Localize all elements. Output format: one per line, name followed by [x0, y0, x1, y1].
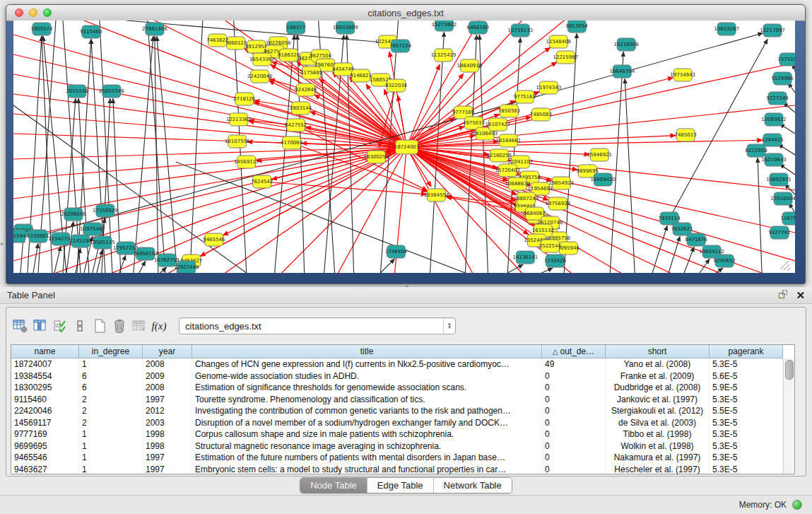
graph-node[interactable]: 1145194 — [69, 235, 92, 247]
column-header-outde[interactable]: △out_de… — [542, 345, 606, 358]
graph-node[interactable]: 9146821 — [350, 69, 372, 82]
graph-node[interactable]: 12217097 — [760, 24, 785, 37]
graph-node[interactable]: 18107556 — [225, 135, 250, 148]
delete-icon[interactable] — [110, 315, 129, 337]
graph-node[interactable]: 1150681 — [27, 230, 49, 243]
graph-node[interactable]: 7485013 — [675, 129, 697, 141]
graph-node[interactable]: 12093822 — [761, 113, 787, 126]
tab-edge-table[interactable]: Edge Table — [367, 478, 434, 493]
graph-node[interactable]: 16543362 — [249, 53, 275, 66]
column-header-title[interactable]: title — [192, 345, 542, 358]
graph-node[interactable]: 17016504 — [770, 192, 795, 205]
new-column-icon[interactable] — [90, 315, 110, 337]
graph-node[interactable]: 11974343 — [536, 81, 562, 94]
graph-node[interactable]: 16164661 — [496, 134, 522, 147]
graph-node[interactable]: 7485083 — [530, 108, 552, 121]
graph-node[interactable]: 9227349 — [766, 92, 788, 105]
graph-node[interactable]: 1733426 — [544, 255, 566, 267]
graph-node[interactable]: 16210643 — [761, 153, 787, 166]
graph-node[interactable]: 7850383 — [498, 105, 520, 117]
graph-node[interactable]: 8215958 — [746, 144, 767, 157]
graph-node[interactable]: 18724007 — [394, 140, 420, 154]
table-row[interactable]: 946362711997Embryonic stem cells: a mode… — [11, 464, 783, 476]
function-builder-icon[interactable]: f(x) — [149, 315, 169, 337]
graph-node[interactable]: 9115460 — [80, 25, 102, 38]
graph-node[interactable]: 19654923 — [549, 177, 575, 189]
window-titlebar[interactable]: citations_edges.txt — [6, 5, 805, 21]
graph-node[interactable]: 9322034 — [385, 79, 408, 92]
graph-node[interactable]: 1905574 — [30, 23, 53, 35]
graph-node[interactable]: 14569117 — [234, 156, 259, 168]
graph-node[interactable]: 8471876 — [686, 233, 707, 246]
column-header-name[interactable]: name — [11, 345, 79, 358]
graph-node[interactable]: 9775163 — [514, 90, 536, 103]
graph-node[interactable]: 27691406 — [142, 23, 167, 35]
graph-node[interactable]: 10688639 — [505, 177, 531, 190]
table-settings-icon[interactable] — [11, 315, 30, 337]
graph-node[interactable]: 1746404 — [385, 245, 408, 258]
table-row[interactable]: 946554611997Estimation of the future num… — [11, 452, 783, 464]
graph-node[interactable]: 12215987 — [553, 51, 579, 64]
graph-node[interactable]: 9465546 — [203, 233, 225, 246]
graph-node[interactable]: 6466160 — [467, 21, 489, 34]
graph-node[interactable]: 7857224 — [389, 40, 412, 52]
graph-node[interactable]: 10975487 — [80, 223, 105, 235]
graph-node[interactable]: 15273602 — [432, 21, 457, 31]
graph-node[interactable]: 16646794 — [609, 65, 635, 78]
column-header-short[interactable]: short — [606, 345, 710, 358]
graph-node[interactable]: 9245652 — [714, 255, 736, 267]
graph-node[interactable]: 1575107 — [777, 53, 795, 66]
vertical-scrollbar[interactable] — [783, 358, 794, 474]
graph-node[interactable]: 26206506 — [61, 208, 86, 221]
clear-selection-icon[interactable] — [70, 315, 90, 337]
table-selector-dropdown[interactable]: citations_edges.txt ▲▼ — [179, 317, 456, 334]
graph-node[interactable]: 1167533 — [780, 212, 795, 225]
scrollbar-thumb[interactable] — [785, 360, 794, 380]
column-header-year[interactable]: year — [143, 345, 192, 358]
graph-node[interactable]: 18300295 — [364, 151, 389, 163]
graph-node[interactable]: 16107427 — [486, 118, 511, 131]
graph-node[interactable]: 11325419 — [431, 49, 457, 62]
graph-node[interactable]: 4170064 — [281, 136, 303, 149]
column-header-pagerank[interactable]: pagerank — [710, 345, 783, 358]
graph-node[interactable]: 13505135 — [90, 236, 115, 249]
graph-node[interactable]: 16033809 — [333, 21, 358, 34]
table-row[interactable]: 1830029562008Estimation of significance … — [11, 382, 783, 394]
column-header-indegree[interactable]: in_degree — [79, 345, 143, 358]
graph-node[interactable]: 7463822 — [206, 34, 228, 47]
canvas-resize-grip[interactable] — [780, 261, 790, 271]
graph-node[interactable]: 12213363 — [226, 113, 252, 126]
graph-node[interactable]: 8427552 — [285, 119, 307, 132]
graph-node[interactable]: 391594 — [13, 230, 26, 243]
graph-node[interactable]: 22420046 — [247, 70, 273, 83]
graph-node[interactable]: 198317 — [286, 21, 305, 34]
graph-node[interactable]: 10719133 — [508, 24, 534, 37]
graph-node[interactable]: 19218506 — [613, 38, 639, 51]
graph-node[interactable]: 15692971 — [766, 173, 792, 186]
graph-node[interactable]: 16409410 — [590, 173, 616, 186]
network-canvas[interactable]: 1872400798601238912954182260589827509165… — [13, 21, 795, 273]
select-all-icon[interactable] — [50, 315, 70, 337]
graph-node[interactable]: 7624542 — [251, 175, 273, 188]
graph-node[interactable]: 18807249 — [514, 192, 539, 205]
graph-node[interactable]: 8186328 — [278, 49, 300, 62]
graph-node[interactable]: 8813054 — [566, 21, 589, 33]
graph-node[interactable]: 25053346 — [99, 85, 124, 98]
graph-node[interactable]: 1244415 — [761, 134, 783, 146]
tab-node-table[interactable]: Node Table — [300, 478, 367, 493]
graph-node[interactable]: 10653267 — [714, 23, 739, 35]
table-row[interactable]: 1872400712008Changes of HCN gene express… — [11, 358, 783, 370]
graph-node[interactable]: 11548408 — [546, 35, 572, 48]
graph-node[interactable]: 2055336 — [66, 85, 88, 98]
graph-edge-black[interactable] — [38, 33, 763, 236]
table-row[interactable]: 2242004622012Investigating the contribut… — [11, 405, 783, 417]
graph-node[interactable]: 9242848 — [295, 83, 317, 96]
close-panel-icon[interactable]: ✕ — [796, 291, 805, 300]
column-chooser-icon[interactable] — [30, 315, 50, 337]
float-panel-icon[interactable] — [777, 288, 789, 303]
graph-edge-red[interactable] — [262, 182, 427, 194]
graph-edge-red[interactable] — [296, 125, 428, 191]
graph-node[interactable]: 2803144 — [290, 102, 312, 115]
graph-node[interactable]: 2718126 — [233, 93, 255, 105]
table-row[interactable]: 1456911722003Disruption of a novel membe… — [11, 417, 783, 429]
